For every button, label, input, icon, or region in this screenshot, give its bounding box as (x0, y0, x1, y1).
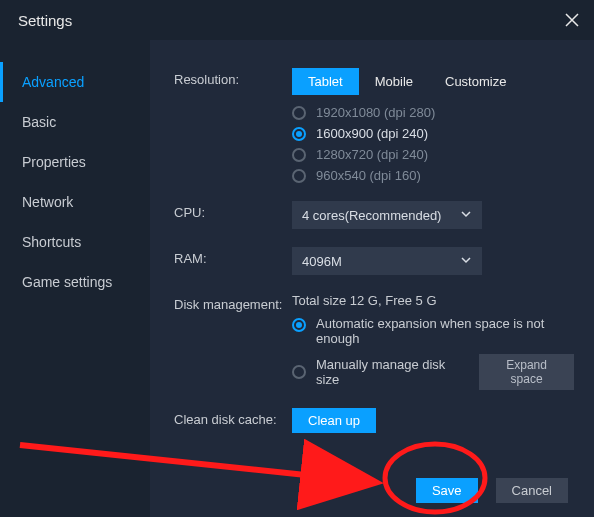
radio-icon (292, 365, 306, 379)
sidebar-item-label: Basic (22, 114, 56, 130)
save-button[interactable]: Save (416, 478, 478, 503)
disk-management-label: Disk management: (174, 293, 292, 312)
resolution-option[interactable]: 1600x900 (dpi 240) (292, 126, 574, 141)
sidebar-item-basic[interactable]: Basic (0, 102, 150, 142)
sidebar-item-game-settings[interactable]: Game settings (0, 262, 150, 302)
sidebar-item-advanced[interactable]: Advanced (0, 62, 150, 102)
sidebar-item-label: Properties (22, 154, 86, 170)
sidebar-item-label: Game settings (22, 274, 112, 290)
sidebar-item-properties[interactable]: Properties (0, 142, 150, 182)
radio-icon (292, 106, 306, 120)
resolution-label: Resolution: (174, 68, 292, 87)
radio-icon (292, 148, 306, 162)
sidebar-item-network[interactable]: Network (0, 182, 150, 222)
resolution-option[interactable]: 1280x720 (dpi 240) (292, 147, 574, 162)
expand-space-button[interactable]: Expand space (479, 354, 574, 390)
resolution-option-label: 1600x900 (dpi 240) (316, 126, 428, 141)
sidebar: Advanced Basic Properties Network Shortc… (0, 40, 150, 517)
settings-panel: Resolution: Tablet Mobile Customize 1920… (150, 40, 594, 517)
ram-label: RAM: (174, 247, 292, 266)
close-icon[interactable] (564, 12, 580, 28)
cpu-label: CPU: (174, 201, 292, 220)
disk-option-label: Automatic expansion when space is not en… (316, 316, 574, 346)
radio-icon (292, 127, 306, 141)
ram-select[interactable]: 4096M (292, 247, 482, 275)
tab-customize[interactable]: Customize (429, 68, 522, 95)
disk-info: Total size 12 G, Free 5 G (292, 293, 574, 308)
clean-cache-label: Clean disk cache: (174, 408, 292, 427)
tab-tablet[interactable]: Tablet (292, 68, 359, 95)
radio-icon (292, 318, 306, 332)
clean-up-button[interactable]: Clean up (292, 408, 376, 433)
resolution-option[interactable]: 960x540 (dpi 160) (292, 168, 574, 183)
resolution-option-label: 1280x720 (dpi 240) (316, 147, 428, 162)
sidebar-item-label: Network (22, 194, 73, 210)
cpu-select-value: 4 cores(Recommended) (302, 208, 441, 223)
radio-icon (292, 169, 306, 183)
chevron-down-icon (460, 254, 472, 269)
window-title: Settings (18, 12, 72, 29)
cancel-button[interactable]: Cancel (496, 478, 568, 503)
resolution-option-label: 960x540 (dpi 160) (316, 168, 421, 183)
sidebar-item-shortcuts[interactable]: Shortcuts (0, 222, 150, 262)
resolution-option[interactable]: 1920x1080 (dpi 280) (292, 105, 574, 120)
ram-select-value: 4096M (302, 254, 342, 269)
chevron-down-icon (460, 208, 472, 223)
resolution-tabs: Tablet Mobile Customize (292, 68, 574, 95)
disk-option-manual[interactable]: Manually manage disk size (292, 357, 469, 387)
sidebar-item-label: Shortcuts (22, 234, 81, 250)
disk-option-auto[interactable]: Automatic expansion when space is not en… (292, 316, 574, 346)
sidebar-item-label: Advanced (22, 74, 84, 90)
disk-option-label: Manually manage disk size (316, 357, 469, 387)
resolution-option-label: 1920x1080 (dpi 280) (316, 105, 435, 120)
tab-mobile[interactable]: Mobile (359, 68, 429, 95)
cpu-select[interactable]: 4 cores(Recommended) (292, 201, 482, 229)
